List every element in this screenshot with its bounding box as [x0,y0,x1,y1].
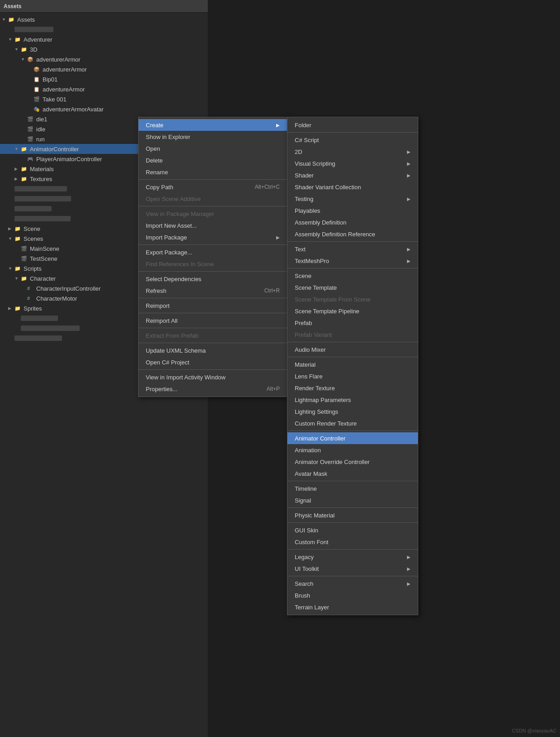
tree-icon: 📋 [34,77,42,82]
tree-item[interactable]: 📦 adventurerArmor [0,64,208,74]
tree-item[interactable]: ▼ 📁 Adventurer [0,34,208,44]
create-menu-item-assembly-definition[interactable]: Assembly Definition [287,216,418,228]
tree-item[interactable]: 🎭 adventurerArmorAvatar [0,104,208,114]
tree-icon: 🎬 [21,256,29,262]
tree-item[interactable] [0,24,208,34]
create-menu-item-physic-material[interactable]: Physic Material [287,509,418,521]
create-menu-item-testing[interactable]: Testing ▶ [287,193,418,205]
create-menu-item-lightmap-parameters[interactable]: Lightmap Parameters [287,394,418,406]
create-separator [287,342,418,342]
create-menu-item-audio-mixer[interactable]: Audio Mixer [287,344,418,355]
menu-item-create[interactable]: Create ▶ [139,119,287,131]
tree-arrow: ▼ [14,276,21,281]
create-separator [287,549,418,550]
create-menu-item-shader-variant-collection[interactable]: Shader Variant Collection [287,181,418,193]
menu-item-open[interactable]: Open [139,143,287,154]
menu-item-show-in-explorer[interactable]: Show in Explorer [139,131,287,143]
submenu-arrow: ▶ [407,555,411,560]
submenu-arrow: ▶ [407,149,411,154]
menu-item-delete[interactable]: Delete [139,154,287,166]
menu-item-import-new-asset[interactable]: Import New Asset... [139,220,287,231]
create-menu-item-animation[interactable]: Animation [287,444,418,456]
menu-separator [139,343,287,343]
menu-item-reimport-all[interactable]: Reimport All [139,315,287,326]
menu-item-open-c#-project[interactable]: Open C# Project [139,356,287,368]
create-menu-item-ui-toolkit[interactable]: UI Toolkit ▶ [287,563,418,574]
tree-icon: 📁 [14,37,23,43]
tree-label: adventurerArmorAvatar [43,106,104,113]
create-menu-item-assembly-definition-reference[interactable]: Assembly Definition Reference [287,228,418,240]
menu-item-label: Open C# Project [146,359,189,366]
create-menu-item-material[interactable]: Material [287,359,418,370]
create-item-label: Shader Variant Collection [295,184,361,191]
menu-item-update-uxml-schema[interactable]: Update UXML Schema [139,345,287,356]
tree-label: idle [36,126,45,133]
create-menu-item-signal[interactable]: Signal [287,494,418,506]
create-menu-item-folder[interactable]: Folder [287,119,418,131]
tree-label: MainScene [30,245,59,252]
menu-item-label: Open Scene Additive [146,196,201,202]
tree-icon: 📁 [8,17,16,23]
tree-item[interactable]: 🎬 Take 001 [0,94,208,104]
menu-item-label: Copy Path [146,184,173,191]
menu-shortcut: Alt+P [267,386,280,392]
menu-item-view-in-import-activity-window[interactable]: View in Import Activity Window [139,371,287,383]
tree-label: Scene [24,225,40,232]
create-menu-item-lens-flare[interactable]: Lens Flare [287,370,418,382]
menu-item-rename[interactable]: Rename [139,166,287,178]
menu-separator [139,244,287,245]
create-menu-item-textmeshpro[interactable]: TextMeshPro ▶ [287,255,418,267]
create-menu-item-prefab[interactable]: Prefab [287,317,418,329]
tree-arrow: ▼ [8,236,14,241]
create-item-label: Shader [295,172,314,179]
create-menu-item-playables[interactable]: Playables [287,205,418,216]
menu-separator [139,271,287,272]
menu-item-select-dependencies[interactable]: Select Dependencies [139,273,287,285]
create-menu-item-c-script[interactable]: C# Script [287,134,418,146]
tree-label: Scripts [24,265,42,272]
menu-item-properties[interactable]: Properties... Alt+P [139,383,287,395]
create-menu-item-legacy[interactable]: Legacy ▶ [287,551,418,563]
create-menu-item-brush[interactable]: Brush [287,589,418,601]
menu-item-import-package[interactable]: Import Package ▶ [139,231,287,243]
create-menu-item-terrain-layer[interactable]: Terrain Layer [287,601,418,613]
submenu-arrow: ▶ [407,258,411,263]
submenu-arrow: ▶ [407,196,411,201]
create-menu-item-scene[interactable]: Scene [287,270,418,282]
create-menu-item-2d[interactable]: 2D ▶ [287,146,418,158]
create-item-label: Playables [295,207,320,214]
tree-item[interactable]: 📋 Bip01 [0,74,208,84]
create-menu-item-animator-override-controller[interactable]: Animator Override Controller [287,456,418,468]
create-menu-item-scene-template[interactable]: Scene Template [287,282,418,293]
create-item-label: Scene Template [295,284,337,291]
tree-item[interactable]: ▼ 📦 adventurerArmor [0,54,208,64]
submenu-arrow: ▶ [407,566,411,571]
create-item-label: Animator Controller [295,435,345,442]
menu-item-refresh[interactable]: Refresh Ctrl+R [139,285,287,297]
menu-item-export-package[interactable]: Export Package... [139,246,287,258]
create-menu-item-avatar-mask[interactable]: Avatar Mask [287,468,418,479]
create-menu-item-render-texture[interactable]: Render Texture [287,382,418,394]
create-menu-item-visual-scripting[interactable]: Visual Scripting ▶ [287,158,418,169]
create-item-label: Folder [295,122,311,129]
create-menu-item-custom-font[interactable]: Custom Font [287,536,418,548]
tree-item[interactable]: ▼ 📁 3D [0,44,208,54]
create-separator [287,576,418,576]
tree-label: Character [30,275,56,282]
menu-item-copy-path[interactable]: Copy Path Alt+Ctrl+C [139,181,287,193]
create-menu-item-animator-controller[interactable]: Animator Controller [287,432,418,444]
tree-label: CharacterInputController [36,285,101,292]
tree-arrow: ▶ [8,306,14,311]
menu-item-reimport[interactable]: Reimport [139,300,287,311]
tree-item[interactable]: ▼ 📁 Assets [0,14,208,24]
create-menu-item-shader[interactable]: Shader ▶ [287,169,418,181]
panel-title: Assets [4,3,21,10]
create-menu-item-scene-template-pipeline[interactable]: Scene Template Pipeline [287,305,418,317]
create-menu-item-custom-render-texture[interactable]: Custom Render Texture [287,417,418,429]
create-menu-item-lighting-settings[interactable]: Lighting Settings [287,406,418,417]
create-menu-item-timeline[interactable]: Timeline [287,483,418,494]
tree-item[interactable]: 📋 adventureArmor [0,84,208,94]
create-menu-item-gui-skin[interactable]: GUI Skin [287,524,418,536]
create-menu-item-text[interactable]: Text ▶ [287,243,418,255]
create-menu-item-search[interactable]: Search ▶ [287,578,418,589]
